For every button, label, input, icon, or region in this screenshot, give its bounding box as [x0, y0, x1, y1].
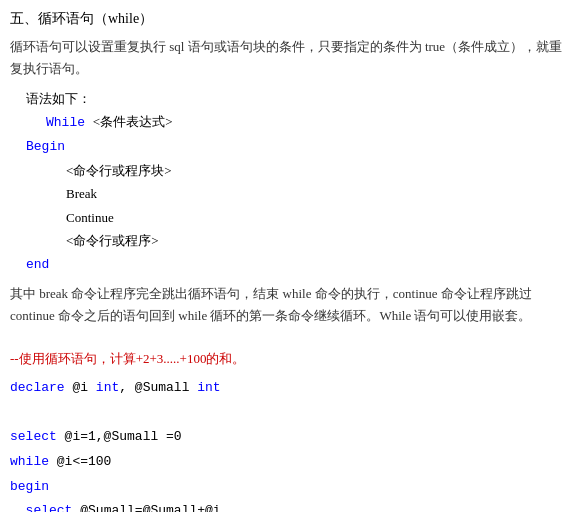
section-title-text: 五、循环语句（while）: [10, 11, 153, 26]
code-line-3: select @i=1,@Sumall =0: [10, 425, 565, 450]
kw-int-1: int: [96, 380, 119, 395]
example-title: --使用循环语句，计算+2+3.....+100的和。: [10, 350, 565, 368]
syntax-line-cmd1: <命令行或程序块>: [26, 159, 565, 182]
syntax-line-begin: Begin: [26, 134, 565, 158]
code-while-cond: @i<=100: [49, 454, 111, 469]
page-container: 五、循环语句（while） 循环语句可以设置重复执行 sql 语句或语句块的条件…: [0, 0, 575, 512]
code-line-empty: [10, 401, 565, 426]
code-line-6: select @Sumall=@Sumall+@i: [10, 499, 565, 512]
keyword-end: end: [26, 257, 49, 272]
keyword-continue: Continue: [66, 210, 114, 225]
keyword-while: While: [46, 115, 93, 130]
description-2: 其中 break 命令让程序完全跳出循环语句，结束 while 命令的执行，co…: [10, 283, 565, 327]
code-line-1: declare @i int, @Sumall int: [10, 376, 565, 401]
syntax-line-cmd2: <命令行或程序>: [26, 229, 565, 252]
code-block: declare @i int, @Sumall int select @i=1,…: [10, 376, 565, 512]
kw-begin-code: begin: [10, 479, 49, 494]
code-line-4: while @i<=100: [10, 450, 565, 475]
syntax-label: 语法如下：: [26, 87, 565, 110]
keyword-begin: Begin: [26, 139, 65, 154]
code-select-init: @i=1,@Sumall =0: [57, 429, 182, 444]
code-sum-calc: @Sumall=@Sumall+@i: [72, 503, 220, 512]
syntax-line-1: While <条件表达式>: [26, 110, 565, 134]
description-2-text: 其中 break 命令让程序完全跳出循环语句，结束 while 命令的执行，co…: [10, 286, 532, 323]
kw-select-1: select: [10, 429, 57, 444]
description-1: 循环语句可以设置重复执行 sql 语句或语句块的条件，只要指定的条件为 true…: [10, 36, 565, 80]
kw-declare: declare: [10, 380, 65, 395]
kw-while: while: [10, 454, 49, 469]
syntax-label-text: 语法如下：: [26, 91, 91, 106]
example-title-text: --使用循环语句，计算+2+3.....+100的和。: [10, 351, 245, 366]
syntax-line-continue: Continue: [26, 206, 565, 229]
syntax-block: 语法如下： While <条件表达式> Begin <命令行或程序块> Brea…: [26, 87, 565, 277]
code-line-5: begin: [10, 475, 565, 500]
code-comma: , @Sumall: [119, 380, 197, 395]
keyword-break: Break: [66, 186, 97, 201]
kw-select-2: select: [26, 503, 73, 512]
cmd-block-1: <命令行或程序块>: [66, 163, 172, 178]
condition-expr: <条件表达式>: [93, 114, 173, 129]
code-declare-vars: @i: [65, 380, 96, 395]
divider: [10, 339, 565, 340]
code-indent-1: [10, 503, 26, 512]
description-1-text: 循环语句可以设置重复执行 sql 语句或语句块的条件，只要指定的条件为 true…: [10, 39, 562, 76]
section-title: 五、循环语句（while）: [10, 8, 565, 30]
syntax-line-end: end: [26, 252, 565, 276]
kw-int-2: int: [197, 380, 220, 395]
cmd-block-2: <命令行或程序>: [66, 233, 159, 248]
syntax-line-break: Break: [26, 182, 565, 205]
